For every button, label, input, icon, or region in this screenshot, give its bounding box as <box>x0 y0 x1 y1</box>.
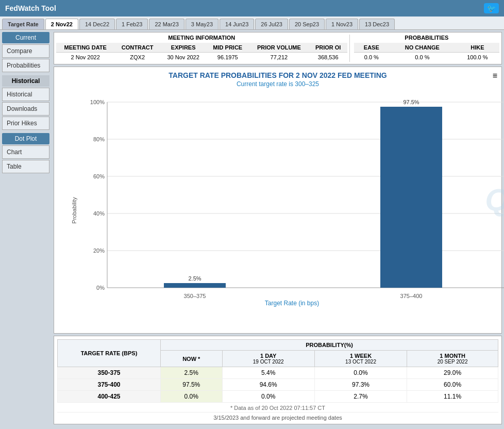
meeting-info-table: MEETING DATE CONTRACT EXPIRES MID PRICE … <box>56 43 347 62</box>
cell-rate-1: 350-375 <box>58 367 161 379</box>
cell-1week-2: 97.3% <box>314 379 407 391</box>
meeting-info-row: 2 Nov 2022 ZQX2 30 Nov 2022 96.1975 77,2… <box>56 53 347 62</box>
col-mid-price: MID PRICE <box>206 43 249 53</box>
svg-text:2.5%: 2.5% <box>188 275 201 282</box>
svg-text:80%: 80% <box>93 136 105 142</box>
col-meeting-date: MEETING DATE <box>56 43 114 53</box>
table-footnote: * Data as of 20 Oct 2022 07:11:57 CT <box>57 405 498 411</box>
sidebar-historical-header: Historical <box>2 75 49 87</box>
tab-3may23[interactable]: 3 May23 <box>186 19 219 29</box>
cell-hike: 100.0 % <box>456 53 499 62</box>
prob-data-table: TARGET RATE (BPS) PROBABILITY(%) NOW * 1… <box>57 339 498 403</box>
y-axis-label: Probability <box>71 197 77 223</box>
probabilities-section: PROBABILITIES EASE NO CHANGE HIKE 0.0 % … <box>349 35 499 62</box>
cell-1day-3: 0.0% <box>222 391 314 403</box>
cell-1day-1: 5.4% <box>222 367 314 379</box>
prob-section-header: PROBABILITY(%) <box>161 340 498 351</box>
bar-350-375 <box>164 283 226 288</box>
chart-subtitle: Current target rate is 300–325 <box>58 80 497 88</box>
sidebar-item-table[interactable]: Table <box>2 160 49 173</box>
svg-text:375–400: 375–400 <box>400 293 423 299</box>
tab-2nov22[interactable]: 2 Nov22 <box>45 19 78 29</box>
col-now: NOW * <box>161 351 223 367</box>
sidebar-item-prior-hikes[interactable]: Prior Hikes <box>2 117 49 130</box>
cell-1week-1: 0.0% <box>314 367 407 379</box>
col-no-change: NO CHANGE <box>389 43 456 53</box>
tab-26jul23[interactable]: 26 Jul23 <box>255 19 288 29</box>
svg-text:60%: 60% <box>93 173 105 179</box>
cell-now-2: 97.5% <box>161 379 223 391</box>
tab-13dec23[interactable]: 13 Dec23 <box>359 19 395 29</box>
svg-text:20%: 20% <box>93 248 105 254</box>
col-prior-oi: PRIOR OI <box>309 43 347 53</box>
cell-expires: 30 Nov 2022 <box>160 53 206 62</box>
cell-contract: ZQX2 <box>114 53 160 62</box>
cell-1day-2: 94.6% <box>222 379 314 391</box>
col-ease: EASE <box>354 43 389 53</box>
bar-chart-svg: 100% 80% 60% 40% 20% 0% <box>87 92 497 308</box>
tab-14dec22[interactable]: 14 Dec22 <box>79 19 115 29</box>
cell-meeting-date: 2 Nov 2022 <box>56 53 114 62</box>
bar-375-400 <box>380 107 442 288</box>
svg-text:100%: 100% <box>90 99 105 105</box>
table-row: 400-425 0.0% 0.0% 2.7% 11.1% <box>58 391 498 403</box>
cell-now-1: 2.5% <box>161 367 223 379</box>
sidebar-item-historical[interactable]: Historical <box>2 88 49 101</box>
svg-text:0%: 0% <box>96 285 105 291</box>
col-prior-volume: PRIOR VOLUME <box>249 43 309 53</box>
tab-22mar23[interactable]: 22 Mar23 <box>149 19 184 29</box>
col-contract: CONTRACT <box>114 43 160 53</box>
probabilities-table: EASE NO CHANGE HIKE 0.0 % 0.0 % 100.0 % <box>354 43 499 62</box>
col-target-rate-bps: TARGET RATE (BPS) <box>58 340 161 367</box>
sidebar-item-downloads[interactable]: Downloads <box>2 102 49 116</box>
main-layout: Current Compare Probabilities Historical… <box>0 30 504 429</box>
tab-1feb23[interactable]: 1 Feb23 <box>116 19 148 29</box>
content-area: MEETING INFORMATION MEETING DATE CONTRAC… <box>52 30 504 429</box>
sidebar-current-header: Current <box>2 32 49 43</box>
cell-prior-volume: 77,212 <box>249 53 309 62</box>
cell-1month-3: 11.1% <box>407 391 498 403</box>
col-1month: 1 MONTH 20 SEP 2022 <box>407 351 498 367</box>
sidebar: Current Compare Probabilities Historical… <box>0 30 52 429</box>
col-expires: EXPIRES <box>160 43 206 53</box>
cell-now-3: 0.0% <box>161 391 223 403</box>
cell-rate-3: 400-425 <box>58 391 161 403</box>
cell-ease: 0.0 % <box>354 53 389 62</box>
sidebar-item-probabilities[interactable]: Probabilities <box>2 59 49 72</box>
chart-menu-icon[interactable]: ≡ <box>493 71 497 80</box>
chart-panel: TARGET RATE PROBABILITIES FOR 2 NOV 2022… <box>54 67 502 334</box>
col-hike: HIKE <box>456 43 499 53</box>
svg-text:350–375: 350–375 <box>184 293 206 299</box>
app-header: FedWatch Tool 🐦 <box>0 0 504 16</box>
probabilities-row: 0.0 % 0.0 % 100.0 % <box>354 53 499 62</box>
sidebar-dotplot-header: Dot Plot <box>2 133 49 144</box>
twitter-icon[interactable]: 🐦 <box>484 3 499 13</box>
cell-prior-oi: 368,536 <box>309 53 347 62</box>
cell-rate-2: 375-400 <box>58 379 161 391</box>
sidebar-item-compare[interactable]: Compare <box>2 44 49 58</box>
chart-title: TARGET RATE PROBABILITIES FOR 2 NOV 2022… <box>58 71 497 79</box>
probabilities-title: PROBABILITIES <box>354 35 499 41</box>
cell-1week-3: 2.7% <box>314 391 407 403</box>
cell-no-change: 0.0 % <box>389 53 456 62</box>
col-1day: 1 DAY 19 OCT 2022 <box>222 351 314 367</box>
svg-text:97.5%: 97.5% <box>403 99 419 105</box>
svg-text:40%: 40% <box>93 210 105 217</box>
cell-mid-price: 96.1975 <box>206 53 249 62</box>
cell-1month-2: 60.0% <box>407 379 498 391</box>
tab-14jun23[interactable]: 14 Jun23 <box>220 19 254 29</box>
top-panel: MEETING INFORMATION MEETING DATE CONTRAC… <box>54 32 502 64</box>
app-title: FedWatch Tool <box>5 4 56 12</box>
tab-target-rate[interactable]: Target Rate <box>2 19 44 29</box>
cell-1month-1: 29.0% <box>407 367 498 379</box>
tab-20sep23[interactable]: 20 Sep23 <box>289 19 325 29</box>
sidebar-item-chart[interactable]: Chart <box>2 145 49 159</box>
meeting-info-section: MEETING INFORMATION MEETING DATE CONTRAC… <box>56 35 347 62</box>
col-1week: 1 WEEK 13 OCT 2022 <box>314 351 407 367</box>
tab-bar: Target Rate 2 Nov22 14 Dec22 1 Feb23 22 … <box>0 16 504 30</box>
table-footer: 3/15/2023 and forward are projected meet… <box>57 412 498 421</box>
tab-1nov23[interactable]: 1 Nov23 <box>326 19 358 29</box>
svg-text:Q: Q <box>485 183 504 217</box>
table-row: 350-375 2.5% 5.4% 0.0% 29.0% <box>58 367 498 379</box>
prob-table-panel: TARGET RATE (BPS) PROBABILITY(%) NOW * 1… <box>54 336 502 424</box>
